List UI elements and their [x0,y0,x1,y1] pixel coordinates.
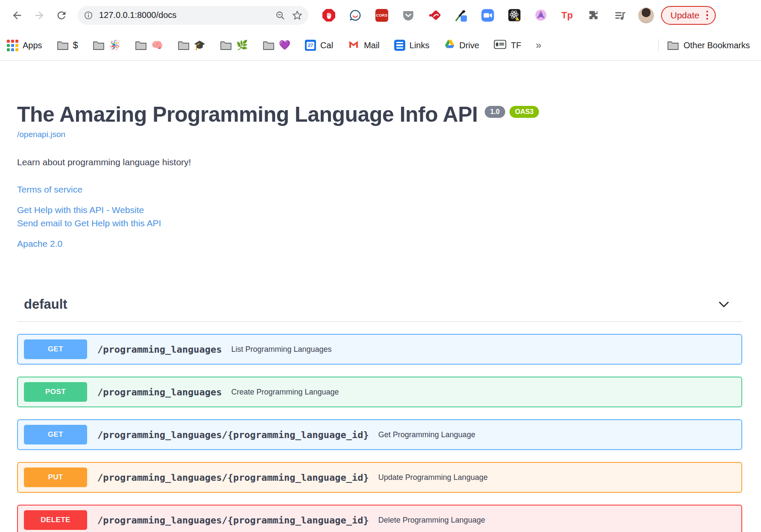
get-help-website-link[interactable]: Get Help with this API - Website [17,205,742,215]
bookmark-folder-pinata[interactable]: 🪅 [93,40,120,51]
endpoint-row-get-one[interactable]: GET /programming_languages/{programming_… [17,419,742,450]
calendar-icon: 27 [305,40,316,51]
profile-avatar[interactable] [638,7,654,23]
folder-icon [93,40,105,50]
section-default-header[interactable]: default [17,297,742,322]
cors-label: CORS [375,9,388,22]
gmail-icon [348,39,360,51]
update-label: Update [670,10,700,20]
bookmark-mail[interactable]: Mail [348,39,380,51]
folder-icon [667,40,679,50]
endpoint-row-post-create[interactable]: POST /programming_languages Create Progr… [17,377,742,407]
swagger-page: The Amazing Programming Language Info AP… [0,102,761,532]
site-info-icon[interactable] [84,11,93,20]
bookmark-folder-dollar[interactable]: $ [57,40,78,51]
reload-button[interactable] [53,7,70,24]
recycle-extension-icon[interactable] [534,9,547,22]
method-badge: POST [24,382,87,402]
endpoint-path: /programming_languages [97,387,222,398]
bookmark-label: 🪅 [109,40,120,51]
folder-icon [178,40,190,50]
bookmark-tf[interactable]: TF [494,39,521,51]
reload-icon [56,9,67,21]
method-badge: PUT [24,468,87,487]
bookmark-label: 🧠 [151,40,163,51]
forward-arrow-icon [33,9,45,21]
section-title: default [24,297,67,312]
playlist-extension-icon[interactable] [613,9,627,22]
bookmark-label: $ [73,40,78,51]
bookmark-label: Cal [320,41,333,50]
zoom-out-icon[interactable] [275,10,285,20]
oas3-badge: OAS3 [509,106,539,118]
license-link[interactable]: Apache 2.0 [17,239,742,249]
adblock-extension-icon[interactable] [322,9,336,22]
chevron-down-icon[interactable] [717,298,730,311]
update-button[interactable]: Update [661,6,716,25]
endpoint-path: /programming_languages/{programming_lang… [97,472,369,483]
bookmark-folder-brain[interactable]: 🧠 [135,40,163,51]
url-text[interactable]: 127.0.0.1:8000/docs [99,10,268,20]
tp-extension-icon[interactable]: Tp [560,9,574,22]
bookmark-drive[interactable]: Drive [444,39,480,51]
send-email-link[interactable]: Send email to Get Help with this API [17,218,742,228]
react-devtools-extension-icon[interactable] [507,9,521,22]
bookmarks-bar: Apps $ 🪅 🧠 🎓 🌿 💜 27 Cal [0,30,761,61]
pocket-extension-icon[interactable] [401,9,415,22]
bookmark-label: TF [511,41,521,50]
zoom-extension-icon[interactable] [481,9,495,22]
puzzle-extensions-menu-icon[interactable] [587,9,600,22]
forward-button[interactable] [31,7,48,24]
bookmark-label: Apps [23,41,42,50]
bookmarks-overflow-chevron[interactable]: » [536,39,541,51]
folder-icon [263,40,275,50]
other-bookmarks[interactable]: Other Bookmarks [667,40,750,50]
tf-card-icon [494,39,506,51]
other-bookmarks-label: Other Bookmarks [683,41,750,50]
back-button[interactable] [9,7,26,24]
bookmark-label: Links [410,41,430,50]
openapi-spec-link[interactable]: /openapi.json [17,130,65,139]
folder-icon [220,40,232,50]
endpoint-summary: Get Programming Language [378,430,475,439]
drive-icon [444,39,455,51]
bookmark-label: 🎓 [194,40,205,51]
bookmark-folder-heart[interactable]: 💜 [263,40,290,51]
endpoint-path: /programming_languages/{programming_lang… [97,515,369,526]
endpoint-summary: Update Programming Language [378,473,488,482]
bookmark-apps[interactable]: Apps [7,40,42,51]
browser-window: 127.0.0.1:8000/docs [0,0,761,532]
api-description: Learn about programming language history… [17,157,742,167]
bookmark-label: Mail [364,41,380,50]
eyedropper-extension-icon[interactable] [454,9,468,22]
apps-grid-icon [7,40,18,51]
endpoint-path: /programming_languages [97,344,222,355]
tp-label: Tp [562,10,573,21]
extensions-row: CORS [322,9,627,22]
bookmark-folder-herb[interactable]: 🌿 [220,40,248,51]
endpoint-summary: List Programming Languages [231,345,331,354]
back-arrow-icon [11,9,23,21]
red-diamond-extension-icon[interactable] [428,9,442,22]
api-title-row: The Amazing Programming Language Info AP… [17,102,742,127]
bookmark-label: 💜 [279,40,290,51]
address-bar[interactable]: 127.0.0.1:8000/docs [78,6,308,25]
browser-menu-icon[interactable] [706,11,708,20]
endpoint-row-delete[interactable]: DELETE /programming_languages/{programmi… [17,505,742,532]
bookmark-links[interactable]: Links [394,40,430,51]
bookmark-star-icon[interactable] [292,10,302,20]
chat-bubble-extension-icon[interactable] [348,9,362,22]
folder-icon [57,40,69,50]
bookmark-folder-graduation[interactable]: 🎓 [178,40,205,51]
calendar-day: 27 [307,42,314,49]
endpoint-row-get-list[interactable]: GET /programming_languages List Programm… [17,334,742,365]
cors-extension-icon[interactable]: CORS [375,9,389,22]
endpoint-row-put-update[interactable]: PUT /programming_languages/{programming_… [17,462,742,493]
title-badges: 1.0 OAS3 [485,106,539,118]
terms-of-service-link[interactable]: Terms of service [17,184,742,195]
method-badge: DELETE [24,510,87,530]
bookmark-label: 🌿 [236,40,248,51]
endpoint-summary: Delete Programming Language [378,516,485,525]
method-badge: GET [24,339,87,359]
bookmark-calendar[interactable]: 27 Cal [305,40,333,51]
